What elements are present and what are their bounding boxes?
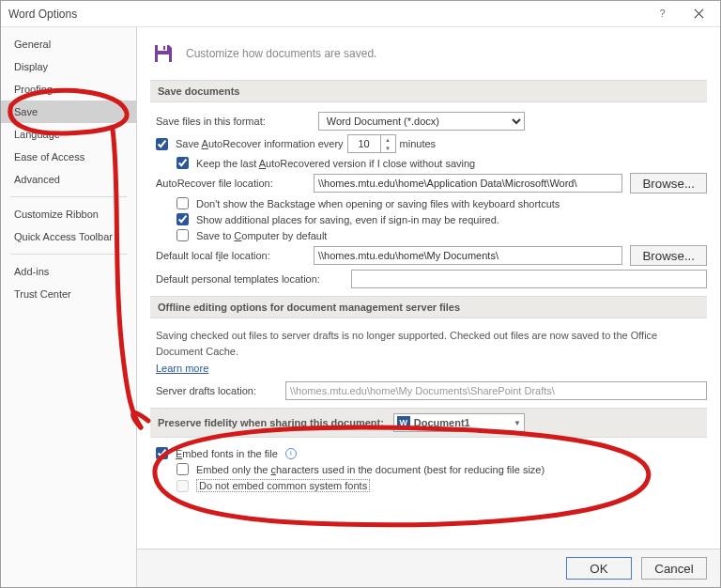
preserve-title: Preserve fidelity when sharing this docu…	[158, 417, 384, 428]
no-common-fonts-label: Do not embed common system fonts	[196, 479, 370, 492]
embed-fonts-label: Embed fonts in the file	[176, 448, 278, 459]
format-select[interactable]: Word Document (*.docx)	[318, 112, 525, 131]
spin-down[interactable]: ▼	[381, 144, 395, 152]
window-title: Word Options	[8, 8, 645, 21]
info-icon[interactable]: i	[285, 448, 297, 459]
ar-location-input[interactable]	[314, 174, 622, 193]
sidebar-item-addins[interactable]: Add-ins	[1, 260, 136, 283]
default-location-label: Default local file location:	[156, 250, 306, 261]
server-drafts-input	[285, 381, 707, 400]
chevron-down-icon: ▼	[514, 419, 521, 427]
spin-up[interactable]: ▲	[381, 135, 395, 144]
save-to-computer-checkbox[interactable]	[176, 229, 189, 241]
page-subtitle: Customize how documents are saved.	[186, 47, 376, 60]
cancel-button[interactable]: Cancel	[641, 557, 707, 580]
embed-only-chars-label: Embed only the characters used in the do…	[196, 464, 545, 475]
minutes-label: minutes	[400, 138, 437, 149]
templates-location-label: Default personal templates location:	[156, 273, 344, 285]
show-additional-label: Show additional places for saving, even …	[196, 214, 499, 225]
sidebar-item-save[interactable]: Save	[1, 101, 136, 123]
sidebar-item-trust-center[interactable]: Trust Center	[1, 283, 136, 305]
section-offline-editing: Offline editing options for document man…	[150, 296, 707, 318]
svg-rect-3	[158, 45, 167, 51]
word-options-dialog: Word Options ? General Display Proofing …	[0, 0, 721, 588]
ar-location-label: AutoRecover file location:	[156, 178, 306, 189]
svg-rect-5	[163, 46, 165, 50]
help-button[interactable]: ?	[645, 2, 681, 26]
svg-text:?: ?	[659, 8, 665, 19]
keep-last-label: Keep the last AutoRecovered version if I…	[196, 158, 475, 169]
keep-last-checkbox[interactable]	[176, 157, 189, 169]
no-common-fonts-checkbox[interactable]	[176, 480, 189, 492]
offline-description: Saving checked out files to server draft…	[150, 328, 707, 359]
autorecover-checkbox[interactable]	[156, 138, 168, 150]
save-to-computer-label: Save to Computer by default	[196, 230, 327, 241]
sidebar-item-customize-ribbon[interactable]: Customize Ribbon	[1, 203, 136, 225]
sidebar-item-ease-of-access[interactable]: Ease of Access	[1, 146, 136, 168]
ar-browse-button[interactable]: Browse...	[630, 173, 707, 193]
sidebar-item-language[interactable]: Language	[1, 123, 136, 146]
svg-rect-4	[158, 54, 169, 62]
sidebar-item-quick-access[interactable]: Quick Access Toolbar	[1, 225, 136, 248]
titlebar: Word Options ?	[1, 1, 720, 27]
sidebar-item-advanced[interactable]: Advanced	[1, 168, 136, 191]
document-name: Document1	[414, 417, 470, 428]
word-doc-icon: W	[397, 416, 410, 429]
server-drafts-label: Server drafts location:	[156, 385, 278, 396]
save-icon	[150, 40, 176, 67]
sidebar-separator	[10, 196, 127, 197]
sidebar-item-display[interactable]: Display	[1, 55, 136, 78]
dialog-footer: OK Cancel	[137, 549, 720, 587]
sidebar: General Display Proofing Save Language E…	[1, 27, 137, 587]
templates-location-input[interactable]	[351, 270, 707, 288]
close-button[interactable]	[681, 2, 716, 26]
format-label: Save files in this format:	[156, 116, 266, 127]
dont-show-backstage-label: Don't show the Backstage when opening or…	[196, 198, 560, 209]
sidebar-item-general[interactable]: General	[1, 33, 136, 55]
document-select[interactable]: W Document1 ▼	[393, 413, 525, 432]
learn-more-link[interactable]: Learn more	[150, 363, 208, 374]
show-additional-checkbox[interactable]	[176, 213, 189, 225]
default-browse-button[interactable]: Browse...	[630, 245, 707, 266]
section-preserve-fidelity: Preserve fidelity when sharing this docu…	[150, 408, 707, 438]
section-save-documents: Save documents	[150, 80, 707, 102]
sidebar-separator	[10, 254, 127, 255]
autorecover-label: Save AutoRecover information every	[176, 138, 344, 149]
default-location-input[interactable]	[314, 246, 622, 265]
dont-show-backstage-checkbox[interactable]	[176, 197, 189, 209]
autorecover-minutes-input[interactable]	[348, 135, 380, 152]
sidebar-item-proofing[interactable]: Proofing	[1, 78, 136, 101]
embed-only-chars-checkbox[interactable]	[176, 463, 189, 475]
ok-button[interactable]: OK	[566, 557, 632, 580]
embed-fonts-checkbox[interactable]	[156, 447, 168, 459]
autorecover-minutes-spinner[interactable]: ▲▼	[347, 134, 396, 153]
